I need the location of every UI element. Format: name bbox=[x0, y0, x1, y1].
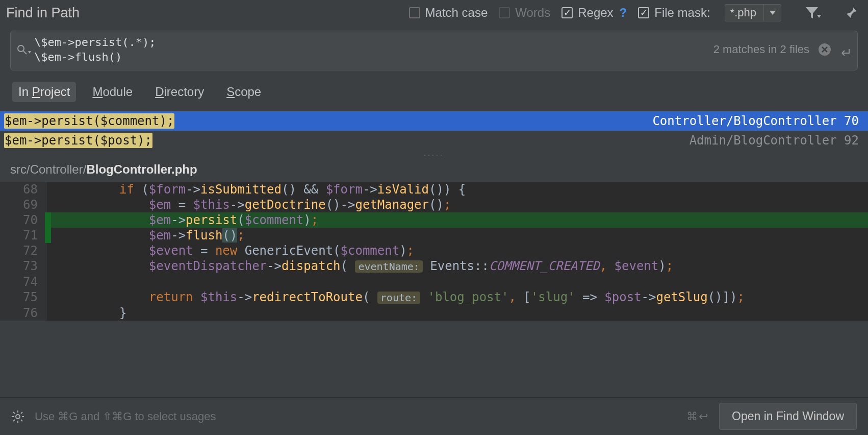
match-case-checkbox[interactable]: Match case bbox=[409, 6, 488, 20]
tab-in-project[interactable]: In Project bbox=[12, 82, 76, 102]
chevron-down-icon[interactable] bbox=[763, 5, 781, 21]
svg-point-8 bbox=[16, 415, 20, 419]
filter-icon[interactable] bbox=[806, 7, 821, 18]
open-find-window-button[interactable]: Open in Find Window bbox=[719, 403, 857, 430]
svg-line-15 bbox=[21, 412, 22, 414]
gear-icon[interactable] bbox=[11, 410, 24, 423]
search-field[interactable]: \$em->persist(.*); \$em->flush() 2 match… bbox=[10, 31, 858, 70]
tab-module[interactable]: Module bbox=[86, 82, 139, 102]
file-mask-checkbox[interactable]: File mask: bbox=[638, 6, 710, 20]
regex-help-icon[interactable]: ? bbox=[620, 6, 627, 20]
match-case-label: Match case bbox=[425, 6, 488, 20]
svg-point-3 bbox=[18, 45, 24, 52]
result-row[interactable]: $em->persist($comment); Controller/BlogC… bbox=[0, 111, 868, 131]
svg-line-4 bbox=[23, 51, 27, 54]
splitter-handle[interactable]: ····· bbox=[0, 150, 868, 159]
footer-shortcut: ⌘↩ bbox=[686, 410, 709, 423]
regex-checkbox[interactable]: Regex? bbox=[561, 6, 627, 20]
code-preview: 68 if ($form->isSubmitted() && $form->is… bbox=[0, 182, 868, 321]
words-checkbox: Words bbox=[499, 6, 550, 20]
svg-line-14 bbox=[21, 420, 22, 421]
file-mask-label: File mask: bbox=[654, 6, 710, 20]
footer-hint: Use ⌘G and ⇧⌘G to select usages bbox=[35, 410, 676, 423]
regex-label: Regex bbox=[578, 6, 613, 20]
search-icon[interactable] bbox=[17, 44, 34, 55]
search-status: 2 matches in 2 files bbox=[713, 43, 809, 56]
tab-scope[interactable]: Scope bbox=[220, 82, 267, 102]
file-mask-value: *.php bbox=[725, 6, 763, 19]
svg-line-16 bbox=[13, 420, 15, 421]
svg-marker-5 bbox=[28, 51, 31, 54]
words-label: Words bbox=[515, 6, 550, 20]
preview-file-path: src/Controller/BlogController.php bbox=[0, 159, 868, 182]
clear-icon[interactable] bbox=[819, 43, 831, 56]
result-location: Admin/BlogController 92 bbox=[690, 133, 859, 148]
search-query: \$em->persist(.*); \$em->flush() bbox=[34, 35, 713, 64]
pin-icon[interactable] bbox=[846, 7, 858, 19]
result-row[interactable]: $em->persist($post); Admin/BlogControlle… bbox=[0, 131, 868, 150]
dialog-title: Find in Path bbox=[6, 5, 398, 21]
result-location: Controller/BlogController 70 bbox=[652, 114, 859, 128]
file-mask-select[interactable]: *.php bbox=[725, 4, 781, 21]
svg-marker-2 bbox=[817, 15, 821, 18]
tab-directory[interactable]: Directory bbox=[149, 82, 210, 102]
svg-marker-1 bbox=[806, 7, 818, 18]
svg-line-13 bbox=[13, 412, 15, 414]
newline-icon[interactable] bbox=[840, 48, 851, 57]
svg-marker-0 bbox=[770, 11, 776, 15]
